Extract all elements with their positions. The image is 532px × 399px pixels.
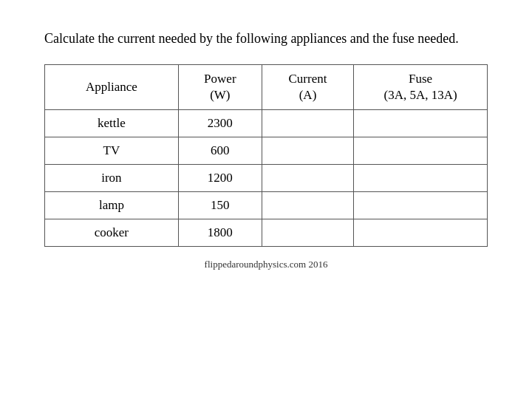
cell-power: 150 [178, 192, 262, 219]
cell-power: 2300 [178, 110, 262, 137]
cell-power: 1200 [178, 165, 262, 192]
cell-fuse [354, 192, 488, 219]
cell-current [262, 192, 353, 219]
cell-fuse [354, 137, 488, 165]
cell-fuse [354, 165, 488, 192]
header-appliance: Appliance [45, 65, 179, 110]
header-power: Power (W) [178, 65, 262, 110]
footer-text: flippedaroundphysics.com 2016 [205, 259, 328, 270]
cell-current [262, 165, 353, 192]
cell-fuse [354, 219, 488, 247]
header-current: Current (A) [262, 65, 353, 110]
table-row: cooker1800 [45, 219, 488, 247]
table-row: lamp150 [45, 192, 488, 219]
cell-fuse [354, 110, 488, 137]
cell-appliance: cooker [45, 219, 179, 247]
header-fuse: Fuse (3A, 5A, 13A) [354, 65, 488, 110]
cell-appliance: kettle [45, 110, 179, 137]
page-title: Calculate the current needed by the foll… [44, 30, 459, 48]
cell-current [262, 110, 353, 137]
cell-power: 600 [178, 137, 262, 165]
table-row: iron1200 [45, 165, 488, 192]
cell-power: 1800 [178, 219, 262, 247]
appliance-table: Appliance Power (W) Current (A) Fuse (3A… [44, 64, 488, 247]
cell-appliance: iron [45, 165, 179, 192]
table-row: TV600 [45, 137, 488, 165]
cell-current [262, 219, 353, 247]
cell-current [262, 137, 353, 165]
cell-appliance: lamp [45, 192, 179, 219]
table-row: kettle2300 [45, 110, 488, 137]
cell-appliance: TV [45, 137, 179, 165]
